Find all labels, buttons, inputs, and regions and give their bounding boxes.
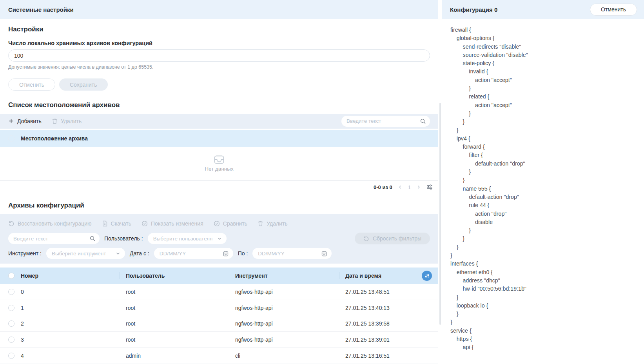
cell-tool: ngfwos-http-api [229, 320, 339, 327]
pagination-range: 0-0 из 0 [374, 184, 392, 190]
download-icon [102, 220, 108, 227]
cell-datetime: 27.01.25 13:40:13 [339, 305, 438, 311]
date-to-placeholder: DD/MM/YY [258, 251, 285, 257]
reset-filters-button[interactable]: Сбросить фильтры [355, 233, 430, 244]
restore-icon [363, 236, 369, 242]
delete-location-label: Удалить [61, 118, 82, 124]
next-page-button[interactable] [416, 185, 421, 189]
row-radio[interactable] [8, 305, 15, 311]
date-from-input[interactable]: DD/MM/YY [154, 248, 233, 259]
cell-number: 0 [21, 289, 120, 295]
restore-config-button[interactable]: Восстановить конфигурацию [8, 220, 92, 227]
date-to-input[interactable]: DD/MM/YY [252, 248, 332, 259]
trash-icon [258, 220, 263, 227]
pagination-page: 1 [408, 184, 411, 190]
settings-buttons: Отменить Сохранить [8, 78, 430, 91]
inbox-icon [214, 155, 224, 164]
archives-actions-row: Восстановить конфигурацию Скачать Показа… [8, 218, 430, 229]
page-title: Системные настройки [8, 6, 74, 13]
cell-datetime: 27.01.25 13:16:51 [339, 353, 438, 359]
trash-icon [52, 118, 58, 124]
show-changes-icon [141, 220, 148, 227]
archives-count-label: Число локально хранимых архивов конфигур… [8, 40, 430, 46]
chevron-left-icon [398, 185, 403, 189]
show-changes-label: Показать изменения [151, 220, 203, 227]
add-location-label: Добавить [17, 118, 42, 124]
archives-search[interactable] [8, 233, 100, 244]
cell-number: 3 [21, 337, 120, 343]
locations-search-input[interactable] [346, 118, 418, 124]
column-user: Пользователь [120, 273, 229, 279]
delete-location-button[interactable]: Удалить [52, 118, 82, 124]
tool-filter-placeholder: Выберите инструмент [52, 251, 106, 257]
empty-state-text: Нет данных [205, 166, 234, 172]
tool-filter-label: Инструмент : [8, 250, 42, 257]
chevron-down-icon [217, 236, 222, 241]
locations-pagination: 0-0 из 0 1 [0, 180, 438, 193]
archives-filter-row-2: Инструмент : Выберите инструмент Дата с … [8, 248, 430, 259]
cell-tool: cli [229, 353, 339, 359]
config-cancel-button[interactable]: Отменить [590, 4, 637, 16]
select-all-radio[interactable] [8, 135, 15, 142]
config-text: firewall { global-options { send-redirec… [442, 19, 644, 364]
locations-table-header: Местоположение архива [0, 130, 438, 147]
cell-user: root [120, 320, 229, 327]
column-datetime: Дата и время [339, 271, 438, 281]
column-number: Номер [21, 273, 120, 279]
config-panel-header: Конфигурация 0 Отменить [442, 0, 644, 19]
system-settings-panel: Системные настройки Настройки Число лока… [0, 0, 438, 364]
cancel-button[interactable]: Отменить [8, 78, 55, 91]
cell-user: root [120, 305, 229, 311]
locations-toolbar: Добавить Удалить [0, 114, 438, 129]
user-filter-placeholder: Выберите пользователя [153, 236, 213, 242]
show-changes-button[interactable]: Показать изменения [141, 220, 203, 227]
table-row[interactable]: 2 root ngfwos-http-api 27.01.25 13:39:58 [0, 316, 438, 332]
table-row[interactable]: 0 root ngfwos-http-api 27.01.25 13:48:51 [0, 284, 438, 300]
cell-number: 4 [21, 353, 120, 359]
panel-divider [438, 0, 442, 364]
locations-search[interactable] [341, 116, 430, 127]
table-row[interactable]: 1 root ngfwos-http-api 27.01.25 13:40:13 [0, 300, 438, 316]
settings-section: Настройки Число локально хранимых архиво… [0, 19, 438, 91]
archives-table-header: Номер Пользователь Инструмент Дата и вре… [0, 268, 438, 284]
download-button[interactable]: Скачать [102, 220, 132, 227]
search-icon [420, 118, 426, 124]
archives-heading: Архивы конфигураций [0, 202, 438, 209]
page-settings-button[interactable] [426, 184, 433, 190]
compare-button[interactable]: Сравнить [214, 220, 247, 227]
column-settings-button[interactable] [422, 271, 432, 281]
date-from-placeholder: DD/MM/YY [160, 251, 186, 257]
compare-label: Сравнить [223, 220, 247, 227]
column-settings-icon [424, 273, 430, 278]
settings-heading: Настройки [8, 25, 430, 33]
user-filter-label: Пользователь : [104, 235, 143, 242]
select-all-radio[interactable] [8, 273, 15, 279]
cell-datetime: 27.01.25 13:39:01 [339, 337, 438, 343]
calendar-icon [223, 251, 229, 257]
cell-datetime: 27.01.25 13:39:58 [339, 320, 438, 327]
field-hint: Допустимые значения: целые числа в диапа… [8, 64, 430, 70]
tool-filter-select[interactable]: Выберите инструмент [46, 248, 125, 259]
config-title: Конфигурация 0 [450, 6, 497, 13]
scrollbar-thumb[interactable] [439, 103, 441, 325]
row-radio[interactable] [8, 337, 15, 343]
chevron-right-icon [416, 185, 421, 189]
row-radio[interactable] [8, 289, 15, 295]
user-filter-select[interactable]: Выберите пользователя [148, 233, 227, 244]
row-radio[interactable] [8, 353, 15, 359]
chevron-down-icon [116, 251, 120, 256]
row-radio[interactable] [8, 320, 15, 327]
left-panel-header: Системные настройки [0, 0, 438, 19]
archives-count-input[interactable] [8, 49, 430, 62]
cell-tool: ngfwos-http-api [229, 305, 339, 311]
save-button[interactable]: Сохранить [59, 78, 108, 91]
restore-icon [8, 220, 15, 227]
add-location-button[interactable]: Добавить [8, 118, 42, 124]
prev-page-button[interactable] [398, 185, 403, 189]
table-row[interactable]: 3 root ngfwos-http-api 27.01.25 13:39:01 [0, 332, 438, 348]
archives-search-input[interactable] [13, 236, 88, 242]
table-row[interactable]: 4 admin cli 27.01.25 13:16:51 [0, 348, 438, 364]
date-to-label: По : [238, 250, 248, 257]
delete-archive-button[interactable]: Удалить [258, 220, 287, 227]
reset-filters-label: Сбросить фильтры [373, 235, 421, 242]
